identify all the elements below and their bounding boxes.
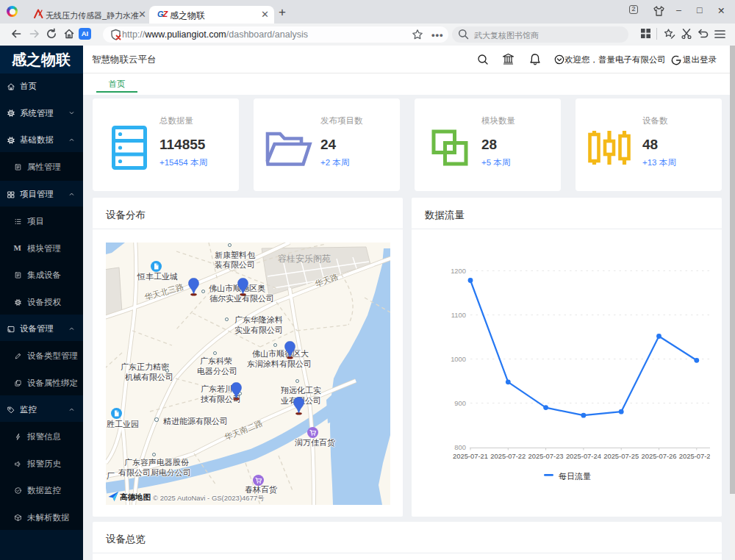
svg-text:2025-07-22: 2025-07-22: [490, 452, 526, 460]
svg-text:2025-07-27: 2025-07-27: [679, 452, 710, 460]
svg-text:2025-07-25: 2025-07-25: [603, 452, 639, 460]
svg-text:2025-07-26: 2025-07-26: [642, 452, 677, 460]
svg-text:800: 800: [454, 443, 466, 451]
svg-text:1100: 1100: [451, 311, 466, 319]
svg-text:1000: 1000: [451, 355, 466, 363]
svg-text:900: 900: [454, 399, 466, 407]
svg-text:2025-07-23: 2025-07-23: [528, 452, 564, 460]
svg-text:1200: 1200: [451, 267, 466, 275]
svg-text:2025-07-24: 2025-07-24: [566, 452, 601, 460]
svg-text:每日流量: 每日流量: [559, 472, 591, 481]
svg-text:2025-07-21: 2025-07-21: [453, 452, 488, 460]
